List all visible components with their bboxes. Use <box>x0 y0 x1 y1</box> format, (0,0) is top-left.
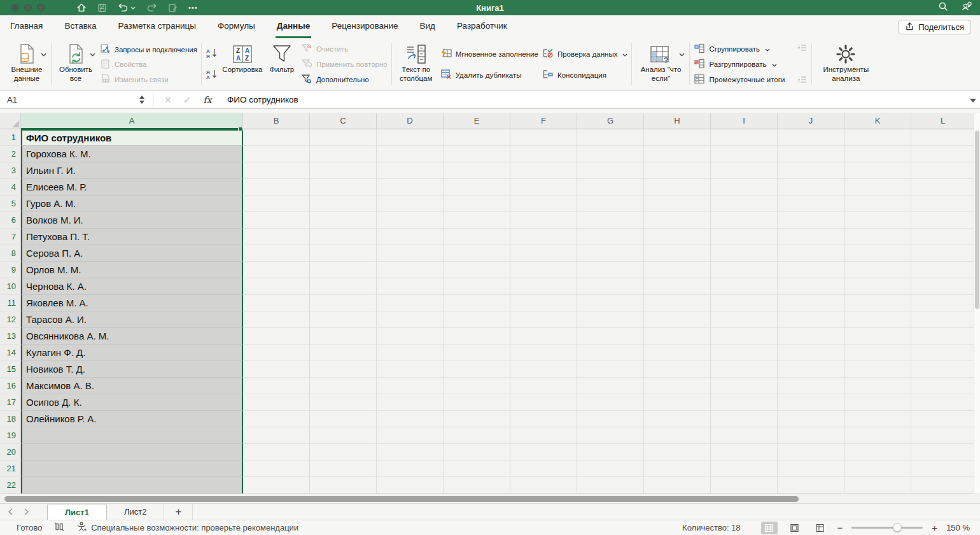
sheet-tab-list1[interactable]: Лист1 <box>47 504 107 520</box>
formula-bar-expand-icon[interactable] <box>970 99 976 103</box>
cell-F12[interactable] <box>510 311 577 328</box>
cell-E22[interactable] <box>444 477 510 494</box>
cell-H18[interactable] <box>644 411 711 427</box>
cell-D12[interactable] <box>377 311 444 328</box>
cell-B1[interactable] <box>243 129 310 146</box>
cell-B13[interactable] <box>243 328 310 345</box>
cell-F14[interactable] <box>510 345 577 361</box>
search-icon[interactable] <box>938 1 948 14</box>
cell-E12[interactable] <box>444 311 510 328</box>
cell-H3[interactable] <box>644 162 711 179</box>
cell-L20[interactable] <box>911 444 975 460</box>
cell-L4[interactable] <box>911 179 975 196</box>
cell-A21[interactable] <box>21 460 243 477</box>
cell-F13[interactable] <box>510 328 577 345</box>
cell-J10[interactable] <box>778 278 844 295</box>
vertical-scrollbar[interactable] <box>974 113 980 494</box>
cell-G21[interactable] <box>577 460 644 477</box>
cell-I5[interactable] <box>711 196 778 212</box>
cell-G3[interactable] <box>577 162 644 179</box>
cell-E13[interactable] <box>444 328 510 345</box>
cell-D22[interactable] <box>377 477 444 494</box>
row-header-13[interactable]: 13 <box>0 328 21 345</box>
insert-function-icon[interactable]: fx <box>197 95 218 105</box>
cell-K19[interactable] <box>844 427 911 444</box>
cell-J17[interactable] <box>778 394 844 411</box>
column-header-F[interactable]: F <box>510 113 577 129</box>
cell-A13[interactable]: Овсянникова А. М. <box>21 328 243 345</box>
cell-K2[interactable] <box>844 146 911 162</box>
cell-G4[interactable] <box>577 179 644 196</box>
cell-L12[interactable] <box>911 311 975 328</box>
horizontal-scrollbar[interactable] <box>0 494 980 503</box>
cell-H5[interactable] <box>644 196 711 212</box>
prev-sheet-icon[interactable] <box>8 506 13 518</box>
cell-C14[interactable] <box>310 345 377 361</box>
cell-D10[interactable] <box>377 278 444 295</box>
cell-J4[interactable] <box>778 179 844 196</box>
group-button[interactable]: Сгруппировать <box>694 43 785 55</box>
cell-I9[interactable] <box>711 262 778 278</box>
cell-I22[interactable] <box>711 477 778 494</box>
cell-I10[interactable] <box>711 278 778 295</box>
cell-F1[interactable] <box>510 129 577 146</box>
cell-G10[interactable] <box>577 278 644 295</box>
cell-C7[interactable] <box>310 229 377 245</box>
cell-F16[interactable] <box>510 378 577 394</box>
cell-E9[interactable] <box>444 262 510 278</box>
row-header-15[interactable]: 15 <box>0 361 21 378</box>
cell-B8[interactable] <box>243 245 310 262</box>
subtotal-button[interactable]: Промежуточные итоги <box>694 74 785 85</box>
cell-L6[interactable] <box>911 212 975 229</box>
cell-A16[interactable]: Максимов А. В. <box>21 378 243 394</box>
cell-E20[interactable] <box>444 444 510 460</box>
cell-C1[interactable] <box>310 129 377 146</box>
cell-E19[interactable] <box>444 427 510 444</box>
cell-H11[interactable] <box>644 295 711 311</box>
row-header-1[interactable]: 1 <box>0 129 21 146</box>
cell-B10[interactable] <box>243 278 310 295</box>
hide-detail-button[interactable] <box>797 75 808 85</box>
cell-K4[interactable] <box>844 179 911 196</box>
zoom-out-button[interactable]: − <box>837 522 843 533</box>
redo-icon[interactable] <box>146 3 157 13</box>
column-header-B[interactable]: B <box>243 113 310 129</box>
page-break-view-button[interactable] <box>812 522 829 534</box>
row-header-10[interactable]: 10 <box>0 278 21 295</box>
cell-E5[interactable] <box>444 196 510 212</box>
cell-F6[interactable] <box>510 212 577 229</box>
cell-I20[interactable] <box>711 444 778 460</box>
zoom-window-button[interactable] <box>37 4 45 11</box>
cell-I6[interactable] <box>711 212 778 229</box>
cell-E4[interactable] <box>444 179 510 196</box>
row-header-11[interactable]: 11 <box>0 295 21 311</box>
cell-H21[interactable] <box>644 460 711 477</box>
cell-D8[interactable] <box>377 245 444 262</box>
cell-I2[interactable] <box>711 146 778 162</box>
cell-I1[interactable] <box>711 129 778 146</box>
cell-E11[interactable] <box>444 295 510 311</box>
cell-A10[interactable]: Чернова К. А. <box>21 278 243 295</box>
cell-K20[interactable] <box>844 444 911 460</box>
cell-E6[interactable] <box>444 212 510 229</box>
cell-L3[interactable] <box>911 162 975 179</box>
cell-K13[interactable] <box>844 328 911 345</box>
row-header-3[interactable]: 3 <box>0 162 21 179</box>
cell-A22[interactable] <box>21 477 243 494</box>
cell-K11[interactable] <box>844 295 911 311</box>
cell-F22[interactable] <box>510 477 577 494</box>
cell-G2[interactable] <box>577 146 644 162</box>
select-all-corner[interactable] <box>0 113 21 129</box>
cell-B12[interactable] <box>243 311 310 328</box>
cell-B17[interactable] <box>243 394 310 411</box>
cell-I13[interactable] <box>711 328 778 345</box>
cell-C10[interactable] <box>310 278 377 295</box>
cell-K7[interactable] <box>844 229 911 245</box>
cell-A2[interactable]: Горохова К. М. <box>21 146 243 162</box>
cell-C6[interactable] <box>310 212 377 229</box>
cell-K16[interactable] <box>844 378 911 394</box>
cell-H4[interactable] <box>644 179 711 196</box>
cell-C16[interactable] <box>310 378 377 394</box>
cell-F20[interactable] <box>510 444 577 460</box>
cell-H10[interactable] <box>644 278 711 295</box>
